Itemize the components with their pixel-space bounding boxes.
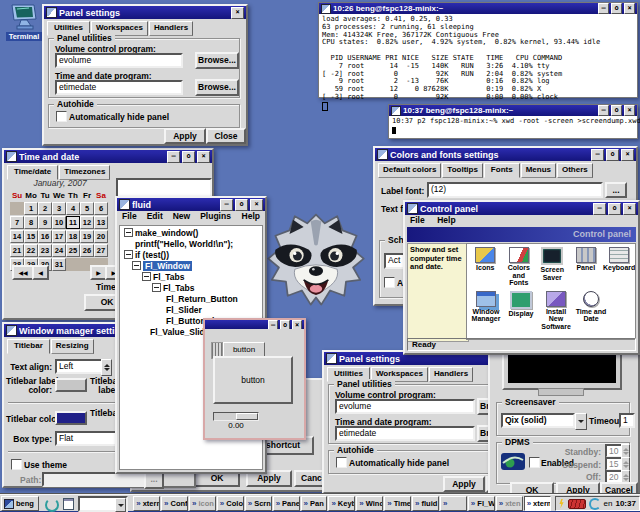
text-align-spinner[interactable] [101,359,112,376]
task-button[interactable]: »Keyb [328,496,355,511]
task-button[interactable]: »Scrn [245,496,272,511]
box-type-select[interactable]: Flat [55,431,123,446]
workspace-combobox[interactable] [78,496,128,512]
combobox-dropdown-icon[interactable] [115,498,126,512]
title-bar[interactable]: fluid – o × [117,198,265,211]
refresh-icon[interactable] [45,498,59,512]
tree-item[interactable]: printf("Hello, World!\n"); [122,239,262,250]
minimize-button[interactable]: – [591,149,604,161]
titlebar-color-swatch[interactable] [55,411,87,425]
close-button[interactable]: × [231,7,244,19]
task-button[interactable]: »Conf [161,496,188,511]
close-button[interactable]: × [624,105,635,116]
calendar-day[interactable]: 21 [10,244,24,257]
tab-fonts[interactable]: Fonts [484,163,520,178]
maximize-button[interactable]: o [280,320,290,329]
close-button[interactable]: × [250,199,263,211]
menu-file[interactable]: File [405,215,430,225]
title-bar[interactable]: Panel settings × [44,6,246,19]
autohide-checkbox[interactable] [336,457,347,468]
calendar-day[interactable]: 15 [24,230,38,243]
task-button[interactable]: »Pan [301,496,328,511]
task-button[interactable]: »Pane [273,496,300,511]
title-bar[interactable]: 10:26 beng@fspc128-minix:~ – o × [319,3,637,14]
label-font-browse-button[interactable]: ... [605,182,627,198]
calendar-day[interactable]: 31 [52,258,66,271]
use-theme-checkbox[interactable] [11,459,22,470]
volume-field[interactable]: evolume [55,53,183,68]
slider-handle[interactable] [236,413,258,420]
calendar-day[interactable]: 12 [80,216,94,229]
calendar-day[interactable]: 1 [24,202,38,215]
task-button[interactable]: »fluid [412,496,439,511]
collapse-icon[interactable] [132,261,141,270]
tab-resizing[interactable]: Resizing [51,339,94,354]
menu-plugins[interactable]: Plugins [195,211,236,223]
standby-spinner[interactable] [621,444,630,458]
power-icon[interactable] [559,499,565,509]
calendar-day[interactable]: 22 [24,244,38,257]
task-button[interactable]: »Time [384,496,411,511]
calendar-day[interactable]: 17 [52,230,66,243]
screensaver-select[interactable]: Qix (solid) [501,413,575,428]
text-align-select[interactable]: Left [55,359,103,374]
calendar-day[interactable]: 13 [94,216,108,229]
task-button[interactable]: »xten [496,496,523,511]
maximize-button[interactable]: o [182,151,195,163]
titlebar-label-color-swatch[interactable] [55,378,87,392]
timedate-field[interactable]: etimedate [335,426,475,441]
tab-titlebar[interactable]: Titlebar [7,339,50,354]
task-button[interactable]: »icon [189,496,216,511]
cp-item-panel[interactable]: Panel [570,247,603,287]
maximize-button[interactable]: o [611,3,622,14]
calendar-day[interactable]: 10 [52,216,66,229]
autohide-checkbox[interactable] [56,111,67,122]
timeout-field[interactable]: 1 [619,413,635,428]
apply-button[interactable]: Apply [164,128,206,144]
minimize-button[interactable]: – [268,320,278,329]
task-button-active[interactable]: »xterm [524,496,551,511]
clock[interactable]: 10:37 [615,499,635,508]
title-bar[interactable]: Colors and fonts settings – o × [375,148,636,161]
start-menu-button[interactable]: beng [1,496,39,511]
tree-item[interactable]: Fl_Slider [122,305,262,316]
path-field[interactable] [42,472,148,487]
dpms-enabled-checkbox[interactable] [529,457,540,468]
maximize-button[interactable]: o [611,105,622,116]
calendar-day[interactable]: 20 [94,230,108,243]
task-button[interactable]: »Wind [356,496,383,511]
calendar-day[interactable]: 3 [52,202,66,215]
menu-help[interactable]: Help [432,215,460,225]
timedate-field[interactable]: etimedate [55,80,183,95]
tab-tooltips[interactable]: Tooltips [442,163,483,178]
tab-menus[interactable]: Menus [521,163,556,178]
calendar-day[interactable]: 24 [52,244,66,257]
calendar-day[interactable]: 23 [38,244,52,257]
keyboard-layout-indicator[interactable]: en [604,499,613,508]
calendar-day[interactable]: 27 [94,244,108,257]
apply-button[interactable]: Apply [443,476,485,492]
calendar-day[interactable]: 7 [10,216,24,229]
tab-default-colors[interactable]: Default colors [378,163,441,178]
close-button[interactable]: × [624,3,635,14]
calendar-day[interactable]: 18 [66,230,80,243]
minimize-button[interactable]: – [598,3,609,14]
collapse-icon[interactable] [142,272,151,281]
calendar-day[interactable]: 14 [10,230,24,243]
close-button[interactable]: × [621,149,634,161]
tree-item[interactable]: make_window() [122,228,262,239]
calendar-day[interactable]: 4 [66,202,80,215]
prev-month-button[interactable]: ◀ [32,265,49,280]
volume-field[interactable]: evolume [335,399,475,414]
tab-handlers[interactable]: Handlers [429,367,473,382]
tree-item[interactable]: if (test()) [122,250,262,261]
cp-item-colors-fonts[interactable]: Colors and Fonts [503,247,536,287]
tab-others[interactable]: Others [557,163,593,178]
minimize-button[interactable]: – [593,203,606,215]
cp-item-window-manager[interactable]: Window Manager [469,291,503,331]
cp-item-keyboard[interactable]: Keyboard [603,247,635,287]
volume-browse-button[interactable]: Browse... [195,52,239,69]
title-bar[interactable]: – o × [205,320,304,329]
status-red-icon[interactable] [568,499,586,509]
calendar-day[interactable]: 5 [80,202,94,215]
